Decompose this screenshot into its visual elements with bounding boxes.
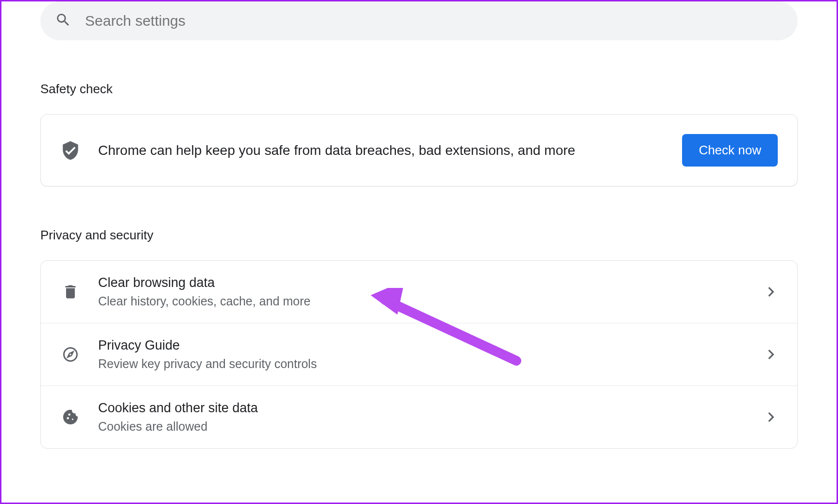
compass-icon bbox=[60, 344, 81, 365]
row-clear-browsing-data[interactable]: Clear browsing data Clear history, cooki… bbox=[41, 261, 797, 323]
safety-check-heading: Safety check bbox=[40, 82, 837, 97]
safety-check-description: Chrome can help keep you safe from data … bbox=[98, 143, 682, 158]
row-subtitle: Clear history, cookies, cache, and more bbox=[98, 294, 768, 308]
search-settings-bar[interactable] bbox=[40, 1, 798, 40]
safety-check-card: Chrome can help keep you safe from data … bbox=[40, 114, 798, 186]
row-title: Clear browsing data bbox=[98, 275, 768, 290]
row-title: Privacy Guide bbox=[98, 338, 768, 353]
row-privacy-guide[interactable]: Privacy Guide Review key privacy and sec… bbox=[41, 323, 797, 386]
chevron-right-icon bbox=[768, 287, 778, 297]
row-subtitle: Cookies are allowed bbox=[98, 420, 768, 434]
cookie-icon bbox=[60, 407, 81, 427]
chevron-right-icon bbox=[768, 412, 778, 422]
trash-icon bbox=[60, 282, 81, 302]
privacy-security-list: Clear browsing data Clear history, cooki… bbox=[40, 260, 798, 449]
chevron-right-icon bbox=[768, 350, 778, 359]
search-input[interactable] bbox=[85, 13, 783, 29]
shield-icon bbox=[60, 140, 81, 161]
search-icon bbox=[55, 12, 85, 30]
check-now-button[interactable]: Check now bbox=[682, 134, 778, 167]
privacy-security-heading: Privacy and security bbox=[40, 228, 837, 243]
row-subtitle: Review key privacy and security controls bbox=[98, 357, 768, 371]
row-title: Cookies and other site data bbox=[98, 401, 768, 416]
row-cookies-site-data[interactable]: Cookies and other site data Cookies are … bbox=[41, 386, 797, 448]
